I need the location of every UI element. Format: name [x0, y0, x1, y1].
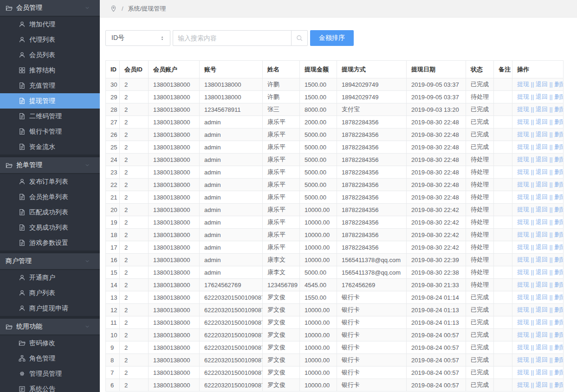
sidebar-item[interactable]: 充值管理 — [0, 78, 100, 93]
sidebar-item[interactable]: 交易成功列表 — [0, 220, 100, 235]
action-delete-link[interactable]: 删除 — [554, 131, 564, 138]
action-delete-link[interactable]: 删除 — [554, 319, 564, 326]
action-withdraw-link[interactable]: 提现 — [517, 344, 529, 351]
action-return-link[interactable]: 退回 — [536, 306, 548, 313]
sidebar-item[interactable]: 资金流水 — [0, 139, 100, 154]
action-withdraw-link[interactable]: 提现 — [517, 369, 529, 376]
action-delete-link[interactable]: 删除 — [554, 181, 564, 188]
action-withdraw-link[interactable]: 提现 — [517, 181, 529, 188]
action-return-link[interactable]: 退回 — [536, 231, 548, 238]
action-delete-link[interactable]: 删除 — [554, 168, 564, 175]
action-withdraw-link[interactable]: 提现 — [517, 93, 529, 100]
sidebar-item[interactable]: 提现管理 — [0, 93, 100, 109]
action-delete-link[interactable]: 删除 — [554, 143, 564, 150]
sidebar-group-header[interactable]: 抢单管理 — [0, 157, 100, 173]
action-return-link[interactable]: 退回 — [536, 118, 548, 125]
action-delete-link[interactable]: 删除 — [554, 369, 564, 376]
action-delete-link[interactable]: 删除 — [554, 256, 564, 263]
action-withdraw-link[interactable]: 提现 — [517, 244, 529, 251]
action-delete-link[interactable]: 删除 — [554, 244, 564, 251]
action-return-link[interactable]: 退回 — [536, 356, 548, 363]
action-return-link[interactable]: 退回 — [536, 143, 548, 150]
sidebar-group-header[interactable]: 会员管理 — [0, 0, 100, 16]
action-withdraw-link[interactable]: 提现 — [517, 269, 529, 276]
action-delete-link[interactable]: 删除 — [554, 231, 564, 238]
sidebar-item[interactable]: 系统公告 — [0, 381, 100, 392]
action-withdraw-link[interactable]: 提现 — [517, 356, 529, 363]
sort-by-amount-button[interactable]: 金额排序 — [310, 30, 354, 46]
action-delete-link[interactable]: 删除 — [554, 281, 564, 288]
action-return-link[interactable]: 退回 — [536, 369, 548, 376]
action-delete-link[interactable]: 删除 — [554, 269, 564, 276]
action-withdraw-link[interactable]: 提现 — [517, 306, 529, 313]
action-delete-link[interactable]: 删除 — [554, 331, 564, 338]
sidebar-item[interactable]: 游戏参数设置 — [0, 235, 100, 251]
sidebar-group-header[interactable]: 商户管理 — [0, 253, 100, 269]
action-return-link[interactable]: 退回 — [536, 181, 548, 188]
sidebar-item[interactable]: 会员列表 — [0, 47, 100, 63]
action-withdraw-link[interactable]: 提现 — [517, 319, 529, 326]
action-return-link[interactable]: 退回 — [536, 156, 548, 163]
filter-select[interactable]: ID号 — [105, 30, 170, 46]
sidebar-item[interactable]: 增加代理 — [0, 17, 100, 32]
action-withdraw-link[interactable]: 提现 — [517, 106, 529, 113]
sidebar-item[interactable]: 商户列表 — [0, 285, 100, 301]
action-return-link[interactable]: 退回 — [536, 93, 548, 100]
action-delete-link[interactable]: 删除 — [554, 344, 564, 351]
action-withdraw-link[interactable]: 提现 — [517, 168, 529, 175]
sidebar-item[interactable]: 推荐结构 — [0, 63, 100, 78]
sidebar-item[interactable]: 发布订单列表 — [0, 174, 100, 189]
action-return-link[interactable]: 退回 — [536, 131, 548, 138]
action-withdraw-link[interactable]: 提现 — [517, 331, 529, 338]
action-delete-link[interactable]: 删除 — [554, 106, 564, 113]
sidebar-item[interactable]: 会员抢单列表 — [0, 189, 100, 205]
action-return-link[interactable]: 退回 — [536, 331, 548, 338]
action-return-link[interactable]: 退回 — [536, 269, 548, 276]
action-return-link[interactable]: 退回 — [536, 294, 548, 301]
action-withdraw-link[interactable]: 提现 — [517, 294, 529, 301]
sidebar-item[interactable]: 匹配成功列表 — [0, 205, 100, 220]
action-return-link[interactable]: 退回 — [536, 381, 548, 388]
action-withdraw-link[interactable]: 提现 — [517, 381, 529, 388]
action-withdraw-link[interactable]: 提现 — [517, 81, 529, 88]
action-return-link[interactable]: 退回 — [536, 168, 548, 175]
action-return-link[interactable]: 退回 — [536, 206, 548, 213]
action-delete-link[interactable]: 删除 — [554, 306, 564, 313]
action-withdraw-link[interactable]: 提现 — [517, 156, 529, 163]
sidebar-item[interactable]: 商户提现申请 — [0, 301, 100, 316]
action-delete-link[interactable]: 删除 — [554, 118, 564, 125]
action-delete-link[interactable]: 删除 — [554, 193, 564, 200]
sidebar-item[interactable]: 密码修改 — [0, 335, 100, 351]
action-withdraw-link[interactable]: 提现 — [517, 256, 529, 263]
action-return-link[interactable]: 退回 — [536, 344, 548, 351]
action-return-link[interactable]: 退回 — [536, 218, 548, 225]
sidebar-item[interactable]: 管理员管理 — [0, 366, 100, 381]
action-delete-link[interactable]: 删除 — [554, 156, 564, 163]
action-return-link[interactable]: 退回 — [536, 319, 548, 326]
sidebar-item[interactable]: 角色管理 — [0, 351, 100, 366]
sidebar-item[interactable]: 代理列表 — [0, 32, 100, 47]
action-delete-link[interactable]: 删除 — [554, 381, 564, 388]
action-delete-link[interactable]: 删除 — [554, 218, 564, 225]
action-return-link[interactable]: 退回 — [536, 256, 548, 263]
sidebar-item[interactable]: 银行卡管理 — [0, 124, 100, 139]
action-return-link[interactable]: 退回 — [536, 106, 548, 113]
action-return-link[interactable]: 退回 — [536, 281, 548, 288]
action-delete-link[interactable]: 删除 — [554, 206, 564, 213]
search-input[interactable] — [173, 30, 291, 46]
action-delete-link[interactable]: 删除 — [554, 93, 564, 100]
action-return-link[interactable]: 退回 — [536, 81, 548, 88]
action-withdraw-link[interactable]: 提现 — [517, 118, 529, 125]
action-return-link[interactable]: 退回 — [536, 193, 548, 200]
action-delete-link[interactable]: 删除 — [554, 356, 564, 363]
action-withdraw-link[interactable]: 提现 — [517, 231, 529, 238]
action-delete-link[interactable]: 删除 — [554, 81, 564, 88]
action-withdraw-link[interactable]: 提现 — [517, 281, 529, 288]
sidebar-group-header[interactable]: 统用功能 — [0, 319, 100, 334]
action-return-link[interactable]: 退回 — [536, 244, 548, 251]
action-delete-link[interactable]: 删除 — [554, 294, 564, 301]
sidebar-item[interactable]: 二维码管理 — [0, 109, 100, 124]
action-withdraw-link[interactable]: 提现 — [517, 131, 529, 138]
sidebar-item[interactable]: 开通商户 — [0, 270, 100, 285]
search-button[interactable] — [291, 30, 308, 46]
